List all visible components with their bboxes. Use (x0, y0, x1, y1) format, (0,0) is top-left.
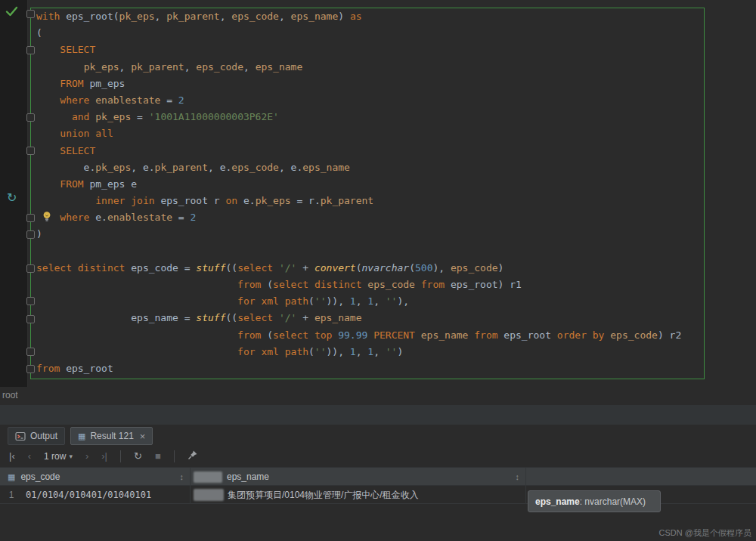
code-line: SELECT (36, 42, 681, 58)
tab-result-label: Result 121 (90, 431, 133, 441)
cell-eps-code[interactable]: 01/0104/010401/01040101 (23, 486, 191, 504)
console-icon (15, 431, 26, 441)
code-line: inner join eps_root r on e.pk_eps = r.pk… (36, 193, 681, 209)
censor-block (194, 471, 222, 483)
tooltip-field-type: : nvarchar(MAX) (580, 496, 646, 507)
sql-editor[interactable]: ↻ with eps_root(pk_eps, pk_parent, eps_c… (0, 0, 756, 387)
results-toolwindow: Output ▦ Result 121 × |‹ ‹ 1 row ▾ › ›| … (0, 425, 756, 541)
code-line: from eps_root (36, 360, 681, 377)
code-line: where e.enablestate = 2 (36, 209, 681, 226)
last-page-button[interactable]: ›| (101, 450, 107, 462)
console-output-row: root (0, 387, 756, 403)
chevron-down-icon: ▾ (69, 453, 73, 460)
pin-tab-icon[interactable] (187, 450, 198, 463)
code-line (36, 243, 681, 260)
panel-splitter[interactable] (0, 405, 756, 425)
result-toolbar: |‹ ‹ 1 row ▾ › ›| ↻ ■ (0, 446, 756, 467)
tab-result[interactable]: ▦ Result 121 × (70, 427, 153, 445)
code-line: FROM pm_eps (36, 76, 681, 92)
censor-block (194, 489, 224, 501)
ide-window: ↻ with eps_root(pk_eps, pk_parent, eps_c… (0, 0, 756, 541)
next-page-button[interactable]: › (85, 450, 88, 462)
code-line: ) (36, 226, 681, 243)
code-line: from (select distinct eps_code from eps_… (36, 277, 681, 293)
toolbar-separator (174, 450, 175, 462)
tab-output[interactable]: Output (8, 427, 65, 445)
recursive-cte-icon[interactable]: ↻ (7, 192, 17, 204)
column-name: eps_name (227, 471, 269, 482)
code-line: for xml path('')), 1, 1, ''), (36, 293, 681, 310)
page-size-label: 1 row (44, 451, 66, 462)
tooltip-field-name: eps_name (535, 496, 580, 507)
result-grid-header: ▦ eps_code ↕ eps_name ↕ (0, 467, 756, 486)
close-tab-icon[interactable]: × (140, 431, 146, 442)
code-line: pk_eps, pk_parent, eps_code, eps_name (36, 59, 681, 76)
previous-page-button[interactable]: ‹ (28, 450, 31, 462)
column-header-eps-code[interactable]: ▦ eps_code ↕ (0, 468, 191, 486)
code-line: e.pk_eps, e.pk_parent, e.eps_code, e.eps… (36, 159, 681, 176)
code-line: ( (36, 25, 681, 42)
code-line: eps_name = stuff((select '/' + eps_name (36, 310, 681, 326)
sort-icon[interactable]: ↕ (516, 472, 520, 481)
toolbar-separator (120, 450, 121, 462)
row-number: 1 (0, 486, 23, 504)
watermark-text: CSDN @我是个假程序员 (659, 527, 751, 539)
console-output-text: root (2, 390, 18, 400)
intention-lightbulb-icon[interactable] (42, 211, 52, 225)
page-size-dropdown[interactable]: 1 row ▾ (44, 451, 73, 462)
code-line: with eps_root(pk_eps, pk_parent, eps_cod… (36, 8, 681, 25)
success-check-icon (5, 6, 18, 17)
code-line: and pk_eps = '1001A11000000003P62E' (36, 109, 681, 125)
grid-icon: ▦ (78, 431, 85, 441)
stop-icon[interactable]: ■ (155, 450, 161, 462)
column-name: eps_code (20, 471, 60, 482)
code-line: union all (36, 125, 681, 142)
code-area[interactable]: with eps_root(pk_eps, pk_parent, eps_cod… (28, 0, 681, 377)
code-line: FROM pm_eps e (36, 176, 681, 193)
column-icon: ▦ (8, 472, 15, 482)
column-type-tooltip: eps_name: nvarchar(MAX) (528, 490, 661, 512)
code-line: where enablestate = 2 (36, 92, 681, 109)
editor-gutter: ↻ (0, 0, 28, 387)
sort-icon[interactable]: ↕ (180, 472, 184, 481)
code-line: from (select top 99.99 PERCENT eps_name … (36, 327, 681, 344)
first-page-button[interactable]: |‹ (9, 450, 15, 462)
cell-value: 集团预算项目/0104物业管理/广报中心/租金收入 (228, 486, 419, 504)
column-header-eps-name[interactable]: eps_name ↕ (191, 468, 526, 486)
cell-value: 01/0104/010401/01040101 (26, 490, 151, 500)
code-line: select distinct eps_code = stuff((select… (36, 260, 681, 277)
result-tab-bar: Output ▦ Result 121 × (8, 426, 153, 446)
reload-data-icon[interactable]: ↻ (134, 450, 142, 462)
cell-eps-name[interactable]: 集团预算项目/0104物业管理/广报中心/租金收入 (191, 486, 526, 504)
code-line: for xml path('')), 1, 1, '') (36, 344, 681, 360)
tab-output-label: Output (30, 431, 57, 441)
code-line: SELECT (36, 143, 681, 159)
